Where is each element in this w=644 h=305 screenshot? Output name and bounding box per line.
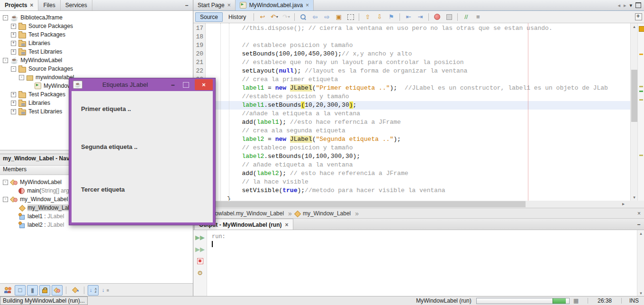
sort-by-source-button[interactable] [100,285,111,296]
output-console[interactable]: run: [207,230,637,296]
rectangular-selection-button[interactable] [345,12,356,22]
ant-settings-button[interactable]: ⚙ [195,268,205,277]
code-line[interactable]: 28 add(label1); //esto hace referncia a … [193,118,631,127]
editor-vertical-scrollbar[interactable]: ▴ ▾ [630,23,638,201]
scroll-down-icon[interactable]: ▾ [631,195,638,200]
tab[interactable]: Services [61,0,92,10]
code-line[interactable]: 17 //this.dispose(); // cierra la ventan… [193,24,631,33]
scrollbar-thumb[interactable] [215,201,526,207]
expand-toggle-icon[interactable]: + [11,101,16,106]
code-line[interactable]: 30 label2 = new JLabel("Segunda etiqueta… [193,135,631,144]
find-previous-button[interactable]: ⇦ [309,12,320,22]
expand-toggle-icon[interactable]: - [19,75,24,80]
find-next-button[interactable]: ⇨ [321,12,332,22]
show-static-members-button[interactable]: ▮ [27,285,38,296]
tree-item[interactable]: - Source Packages [0,65,193,73]
expand-toggle-icon[interactable]: - [3,180,8,185]
warning-mark[interactable] [639,54,643,55]
code-line[interactable]: 20 setBounds(100,100,450,300);// x,y anc… [193,50,631,58]
scroll-tabs-right-icon[interactable]: ▸ [624,2,626,9]
build-progress-bar[interactable] [476,298,570,304]
scroll-up-icon[interactable]: ▴ [637,231,644,236]
minimize-output-button[interactable]: – [633,221,644,228]
breakpoint-button[interactable] [432,12,443,22]
code-line[interactable]: 22 setLayout(null); //layout es la forma… [193,67,631,75]
tree-item[interactable]: + Libraries [0,39,193,47]
expand-toggle-icon[interactable]: - [11,66,16,72]
process-list-icon[interactable]: ▦ [573,297,579,304]
code-line[interactable]: 27 //añade la etiqueta a la ventana [193,110,631,118]
mark[interactable] [639,155,643,156]
code-line[interactable]: 26 label1.setBounds(10,20,300,30); [193,101,631,110]
shift-right-button[interactable]: ⇥ [415,12,426,22]
code-line[interactable]: 24 label1 = new JLabel("Primer etiqueta … [193,84,631,92]
close-icon[interactable]: × [30,3,33,8]
expand-toggle-icon[interactable]: + [11,24,16,29]
code-line[interactable]: 23 // crea la primer etiqueta [193,75,631,84]
last-edit-button[interactable]: ↩ [257,12,268,22]
code-line[interactable]: 35 // la hace visible [193,178,631,186]
expand-toggle-icon[interactable]: + [11,92,16,97]
expand-toggle-icon[interactable]: - [3,58,8,63]
tab[interactable]: MyWindowLabel.java × [236,0,314,10]
scroll-up-icon[interactable]: ▴ [631,24,638,29]
tree-item[interactable]: + Source Packages [0,22,193,30]
rerun-button[interactable]: ▶▶ [195,232,205,242]
sort-by-name-button[interactable] [88,285,99,296]
forward-button[interactable]: ↷ ▾ [281,12,291,22]
mark[interactable] [639,99,643,101]
tree-item[interactable]: + Test Packages [0,30,193,39]
close-icon[interactable]: × [285,222,289,227]
tab[interactable]: Files [38,0,60,10]
stop-button[interactable] [444,12,454,22]
output-vertical-scrollbar[interactable]: ▴ ▾ [637,230,644,296]
expand-toggle-icon[interactable]: + [11,109,16,114]
show-non-public-members-button[interactable] [39,285,50,296]
expand-toggle-icon[interactable]: + [11,41,16,46]
show-inherited-members-button[interactable] [2,285,13,296]
jframe-maximize-button[interactable] [183,82,189,88]
back-button[interactable]: ↶ ▾ [269,12,280,22]
error-stripe-status-icon[interactable] [639,26,644,32]
previous-bookmark-button[interactable]: ⇧ [362,12,373,22]
fully-qualified-names-button[interactable] [70,285,81,296]
jframe-titlebar[interactable]: ☕ Etiquetas JLabel – × [69,78,215,91]
scroll-tabs-left-icon[interactable]: ◂ [617,2,620,9]
toggle-highlight-button[interactable]: ▣ [333,12,344,22]
tree-item[interactable]: - MyWindowLabel [0,56,193,65]
shift-left-button[interactable]: ⇤ [403,12,414,22]
code-line[interactable]: 32 label2.setBounds(10,100,300,30); [193,152,631,161]
scrollbar-thumb[interactable] [631,70,637,122]
close-icon[interactable]: × [306,3,309,8]
tree-item[interactable]: - BibliotecaJframe [0,13,193,22]
breadcrumb-close-icon[interactable]: × [637,210,644,217]
history-view-button[interactable]: History [224,12,251,22]
tab[interactable]: Start Page × [193,0,236,10]
editor-horizontal-scrollbar[interactable]: ◂ ▸ [193,201,644,208]
toggle-bookmark-button[interactable]: ⚑ [386,12,397,22]
code-line[interactable]: 18 [193,33,631,41]
code-line[interactable]: 19 // establece posicion y tamaño [193,41,631,50]
expand-toggle-icon[interactable]: + [11,49,16,55]
code-line[interactable]: 25 //establece posicion y tamaño [193,92,631,101]
code-editor[interactable]: 17 //this.dispose(); // cierra la ventan… [193,23,644,201]
rerun-with-different-parameters-button[interactable]: ▶▶ [195,244,205,254]
scroll-right-icon[interactable]: ▸ [622,201,625,206]
tab-list-icon[interactable]: ▾ [629,2,632,9]
expand-toggle-icon[interactable]: - [3,15,8,20]
uncomment-button[interactable]: ≡ [472,12,483,22]
code-line[interactable]: 21 // establece que no hay un layout par… [193,58,631,67]
expand-toggle-icon[interactable]: + [11,32,16,37]
find-selection-button[interactable] [298,12,308,22]
code-line[interactable]: 36 setVisible(true);//metodo para hacer … [193,186,631,195]
maximize-window-icon[interactable] [635,2,641,8]
code-line[interactable]: 33 // añade etiqueta a la ventana [193,161,631,169]
current-line-mark[interactable] [639,91,643,92]
breadcrumb-item[interactable]: my_Window_Label » [294,210,361,217]
code-line[interactable]: 37 } [193,195,631,201]
close-icon[interactable]: × [227,3,231,8]
tab[interactable]: Projects × [0,0,38,10]
code-line[interactable]: 34 add(label2); // esto hace referencia … [193,169,631,178]
minimize-panel-button[interactable]: – [181,0,193,10]
mark[interactable] [639,86,643,87]
